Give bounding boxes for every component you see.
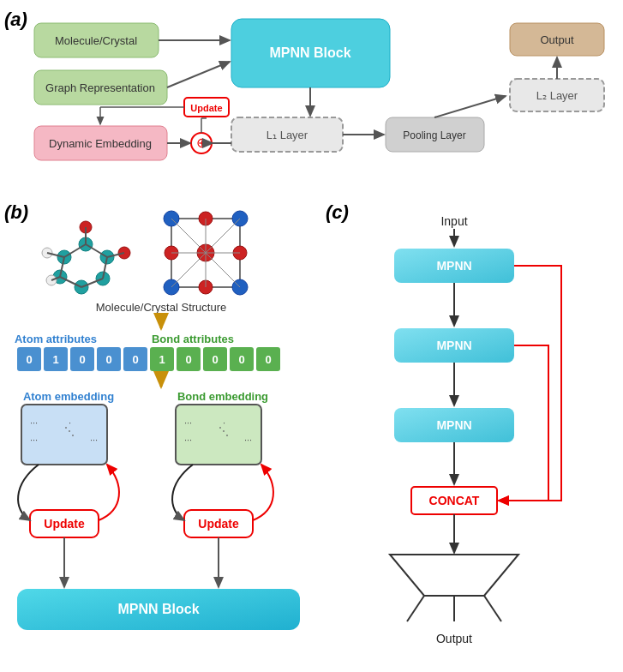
svg-text:···: ··· (30, 417, 38, 428)
svg-text:0: 0 (79, 353, 85, 366)
svg-text:···: ··· (30, 435, 38, 445)
svg-text:⋱: ⋱ (219, 425, 229, 437)
svg-line-17 (167, 62, 230, 87)
main-container: (a) (b) (c) Molecule/Crystal Graph Repre… (0, 0, 623, 672)
svg-text:0: 0 (185, 353, 191, 366)
svg-line-130 (484, 596, 501, 621)
svg-text:Pooling Layer: Pooling Layer (403, 129, 465, 141)
svg-text:Graph Representation: Graph Representation (45, 81, 155, 94)
svg-text:Output: Output (540, 33, 573, 46)
svg-text:···: ··· (184, 417, 192, 428)
svg-text:Input: Input (440, 214, 467, 228)
svg-text:1: 1 (159, 353, 165, 366)
svg-text:Atom attributes: Atom attributes (15, 333, 97, 345)
svg-text:0: 0 (26, 353, 32, 366)
svg-text:Update: Update (44, 517, 85, 531)
diagram-b-svg: Molecule/Crystal Structure Atom attribut… (4, 201, 317, 669)
svg-text:MPNN Block: MPNN Block (117, 602, 199, 616)
svg-text:MPNN: MPNN (436, 418, 471, 432)
svg-text:0: 0 (265, 353, 271, 366)
svg-marker-127 (390, 555, 518, 596)
svg-text:0: 0 (238, 353, 244, 366)
svg-text:0: 0 (132, 353, 138, 366)
svg-text:CONCAT: CONCAT (429, 494, 480, 507)
svg-line-129 (407, 596, 424, 621)
svg-text:···: ··· (184, 435, 192, 445)
svg-text:L₂ Layer: L₂ Layer (536, 89, 578, 102)
svg-text:Bond attributes: Bond attributes (152, 333, 234, 345)
svg-text:Molecule/Crystal Structure: Molecule/Crystal Structure (96, 301, 226, 314)
svg-text:Dynamic Embedding: Dynamic Embedding (49, 137, 152, 150)
svg-text:MPNN Block: MPNN Block (269, 45, 350, 60)
svg-text:Molecule/Crystal: Molecule/Crystal (55, 34, 137, 47)
svg-text:⋱: ⋱ (64, 425, 75, 437)
svg-text:MPNN: MPNN (436, 259, 471, 273)
svg-text:L₁ Layer: L₁ Layer (267, 129, 309, 141)
svg-text:Output: Output (436, 632, 472, 645)
diagram-c-svg: Input MPNN MPNN MPNN CONCAT (321, 201, 621, 669)
svg-text:Bond embedding: Bond embedding (177, 390, 268, 403)
svg-line-30 (434, 96, 506, 117)
svg-text:Atom embedding: Atom embedding (23, 390, 114, 403)
svg-text:···: ··· (244, 435, 252, 445)
svg-text:···: ··· (90, 435, 98, 445)
svg-text:0: 0 (105, 353, 111, 366)
svg-text:Update: Update (190, 103, 222, 113)
panel-a-label: (a) (4, 9, 27, 31)
svg-text:0: 0 (212, 353, 218, 366)
diagram-a-svg: Molecule/Crystal Graph Representation Dy… (26, 10, 617, 195)
svg-text:⊕: ⊕ (196, 135, 207, 150)
svg-text:MPNN: MPNN (436, 339, 471, 352)
svg-text:Update: Update (198, 517, 239, 531)
svg-text:1: 1 (52, 353, 58, 366)
